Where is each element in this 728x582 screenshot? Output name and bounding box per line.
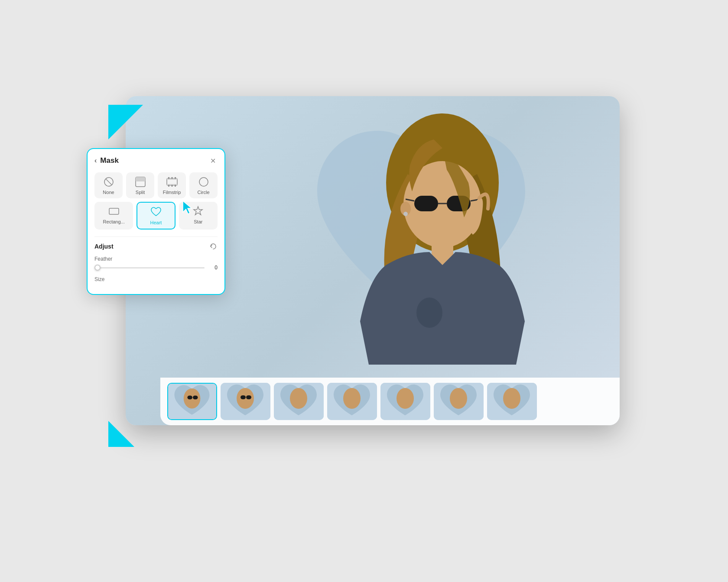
svg-rect-36 (168, 177, 169, 179)
svg-rect-13 (187, 395, 192, 399)
svg-rect-32 (136, 177, 145, 181)
shape-split-label: Split (136, 190, 145, 195)
filmstrip-icon (166, 176, 178, 188)
shape-heart[interactable]: Heart (136, 202, 175, 230)
feather-slider-thumb[interactable] (94, 265, 101, 271)
svg-rect-37 (171, 177, 172, 179)
svg-rect-40 (171, 185, 172, 187)
svg-point-28 (503, 388, 520, 409)
thumbnail-item[interactable] (167, 383, 217, 420)
feather-slider-track[interactable] (94, 267, 205, 268)
thumbnail-item[interactable] (274, 383, 324, 420)
rectangle-icon (108, 205, 120, 217)
mask-panel-title: Mask (100, 156, 119, 165)
star-icon (192, 205, 204, 217)
size-label: Size (94, 276, 104, 282)
shape-heart-label: Heart (150, 220, 162, 225)
shape-split[interactable]: Split (126, 172, 154, 198)
feather-label: Feather (94, 256, 218, 262)
shape-rectangle-label: Rectang... (103, 219, 125, 224)
cyan-corner-decoration-bottom (108, 421, 134, 447)
thumbnail-item[interactable] (327, 383, 377, 420)
heart-icon (150, 206, 162, 218)
thumbnail-strip (160, 378, 620, 425)
svg-rect-38 (175, 177, 176, 179)
thumbnail-item[interactable] (434, 383, 484, 420)
svg-point-42 (199, 178, 208, 186)
shape-grid-row2: Rectang... Heart Star (94, 202, 218, 230)
adjust-header: Adjust (94, 242, 218, 251)
shape-filmstrip-label: Filmstrip (163, 190, 181, 195)
svg-point-24 (396, 388, 414, 409)
mask-panel: ‹ Mask ✕ None Split (87, 148, 225, 295)
shape-star-label: Star (194, 219, 202, 224)
shape-none[interactable]: None (94, 172, 123, 198)
circle-icon (198, 176, 210, 188)
svg-rect-4 (414, 196, 438, 211)
shape-none-label: None (103, 190, 114, 195)
svg-rect-14 (193, 395, 198, 399)
svg-rect-39 (168, 185, 169, 187)
close-button[interactable]: ✕ (208, 156, 218, 165)
svg-point-10 (403, 212, 408, 216)
split-icon (134, 176, 146, 188)
adjust-section: Adjust Feather 0 Size (94, 236, 218, 283)
svg-rect-43 (109, 208, 119, 214)
svg-rect-41 (175, 185, 176, 187)
svg-point-22 (343, 388, 361, 409)
feather-row: Feather 0 (94, 256, 218, 271)
feather-slider-row: 0 (94, 265, 218, 271)
back-button[interactable]: ‹ (94, 157, 97, 165)
svg-point-2 (416, 297, 442, 328)
svg-rect-17 (240, 395, 246, 399)
person-photo (343, 105, 542, 417)
shape-filmstrip[interactable]: Filmstrip (158, 172, 186, 198)
feather-value: 0 (209, 265, 218, 271)
size-row: Size (94, 275, 218, 283)
svg-rect-18 (246, 395, 251, 399)
svg-point-26 (450, 388, 467, 409)
reset-button[interactable] (209, 242, 218, 251)
mask-panel-header: ‹ Mask ✕ (94, 156, 218, 165)
app-container: ‹ Mask ✕ None Split (91, 79, 637, 503)
shape-circle[interactable]: Circle (189, 172, 218, 198)
shape-grid-row1: None Split (94, 172, 218, 198)
thumbnail-item[interactable] (487, 383, 537, 420)
adjust-title: Adjust (94, 243, 114, 250)
shape-circle-label: Circle (197, 190, 209, 195)
mask-title-group: ‹ Mask (94, 156, 119, 165)
thumbnail-item[interactable] (221, 383, 270, 420)
svg-line-30 (106, 179, 112, 185)
none-icon (103, 176, 115, 188)
svg-point-20 (290, 388, 307, 409)
shape-star[interactable]: Star (179, 202, 218, 230)
shape-rectangle[interactable]: Rectang... (94, 202, 133, 230)
thumbnail-item[interactable] (380, 383, 430, 420)
